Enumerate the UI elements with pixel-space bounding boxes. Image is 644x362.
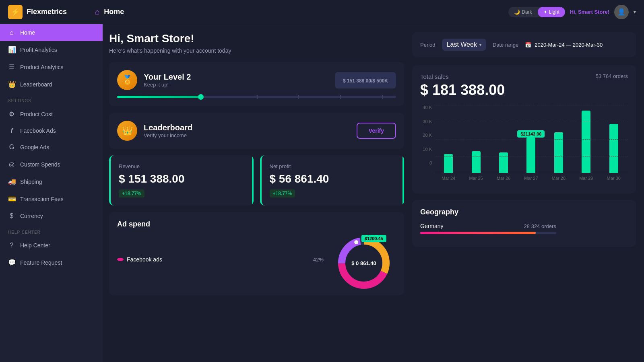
level-amount: $ 151 388.00/$ 500K — [335, 72, 396, 88]
content-area: Hi, Smart Store! Here's what's happening… — [103, 24, 644, 362]
app-logo[interactable]: ⚡ Flexmetrics — [8, 5, 67, 19]
greeting-subtitle: Here's what's happening with your accoun… — [109, 47, 404, 54]
y-label-0: 0 — [429, 160, 432, 165]
geo-bar-fill-germany — [420, 232, 536, 234]
moon-icon: 🌙 — [514, 9, 520, 15]
main-content: Hi, Smart Store! Here's what's happening… — [103, 24, 411, 362]
ad-spend-title: Ad spend — [117, 220, 396, 228]
x-label-mar24: Mar 24 — [436, 176, 461, 181]
x-label-mar25: Mar 25 — [463, 176, 488, 181]
period-value: Last Week — [447, 41, 477, 48]
sidebar-item-help-center[interactable]: ? Help Center — [0, 237, 103, 254]
period-controls: Period Last Week ▾ Date range 📅 2020-Mar… — [412, 32, 636, 57]
net-profit-card: Net profit $ 56 861.40 +18.77% — [260, 155, 405, 206]
sidebar-item-transaction-fees[interactable]: 💳 Transaction Fees — [0, 190, 103, 208]
leaderboard-card-subtitle: Verify your income — [144, 132, 192, 138]
google-ads-icon: G — [8, 144, 15, 151]
facebook-ads-legend: Facebook ads 42% — [117, 256, 324, 263]
progress-dot — [198, 94, 204, 100]
level-amount-suffix: /$ 500K — [371, 78, 388, 84]
product-cost-label: Product Cost — [20, 111, 53, 117]
sidebar-item-custom-spends[interactable]: ◎ Custom Spends — [0, 156, 103, 173]
date-range-value: 2020-Mar-24 — 2020-Mar-30 — [535, 42, 603, 48]
x-label-mar30: Mar 30 — [601, 176, 626, 181]
level-progress-bar — [117, 96, 396, 98]
level-card: 🏅 Your Level 2 Keep it up! $ 151 388.00/… — [109, 62, 404, 106]
bar-mar24 — [444, 154, 453, 173]
bar-group-mar27: $21143.00 — [518, 105, 543, 173]
geo-country-germany: Germany — [420, 223, 444, 229]
sidebar-item-facebook-ads[interactable]: f Facebook Ads — [0, 123, 103, 139]
calendar-icon: 📅 — [525, 42, 531, 48]
total-sales-orders: 53 764 orders — [596, 73, 628, 79]
level-badge: 🏅 — [117, 70, 137, 90]
product-analytics-icon: ☰ — [8, 63, 15, 71]
product-cost-icon: ⚙ — [8, 110, 15, 118]
sidebar-item-home[interactable]: ⌂ Home — [0, 24, 103, 41]
y-label-40k: 40 K — [423, 105, 432, 110]
net-profit-badge: +18.77% — [270, 189, 295, 197]
donut-center-value: $ 0 861.40 — [351, 260, 376, 266]
level-title: Your Level 2 — [144, 72, 191, 82]
sidebar-item-product-analytics[interactable]: ☰ Product Analytics — [0, 58, 103, 76]
facebook-ads-icon: f — [8, 128, 15, 134]
facebook-ads-item-label: Facebook ads — [127, 256, 162, 263]
right-panel: Period Last Week ▾ Date range 📅 2020-Mar… — [411, 24, 644, 362]
sidebar-item-product-cost[interactable]: ⚙ Product Cost — [0, 105, 103, 123]
y-label-10k: 10 K — [423, 147, 432, 152]
x-label-mar29: Mar 29 — [574, 176, 599, 181]
greeting-username: Smart Store — [578, 9, 608, 15]
transaction-fees-label: Transaction Fees — [20, 196, 64, 202]
avatar-dropdown-icon[interactable]: ▾ — [634, 9, 636, 15]
leaderboard-text: Leaderboard Verify your income — [144, 123, 192, 138]
period-selector[interactable]: Last Week ▾ — [442, 39, 486, 51]
period-label: Period — [420, 42, 436, 48]
leaderboard-promo-card: 👑 Leaderboard Verify your income Verify — [109, 113, 404, 149]
dark-label: Dark — [522, 9, 532, 15]
x-label-mar28: Mar 28 — [546, 176, 571, 181]
level-amount-value: $ 151 388.00 — [343, 78, 371, 84]
bar-mar25 — [472, 151, 481, 173]
light-mode-button[interactable]: ✦ Light — [538, 7, 565, 17]
net-profit-value: $ 56 861.40 — [270, 173, 396, 185]
page-title: Home — [104, 8, 124, 16]
custom-spends-label: Custom Spends — [20, 161, 60, 168]
sidebar-item-shipping[interactable]: 🚚 Shipping — [0, 173, 103, 190]
geo-orders-germany: 28 324 orders — [524, 223, 556, 229]
bar-mar28 — [554, 132, 563, 173]
y-label-20k: 20 K — [423, 133, 432, 138]
theme-toggle[interactable]: 🌙 Dark ✦ Light — [508, 7, 565, 17]
sidebar-item-google-ads[interactable]: G Google Ads — [0, 139, 103, 156]
revenue-label: Revenue — [119, 163, 246, 169]
geography-card: Geography Germany 28 324 orders — [412, 200, 636, 247]
level-info: 🏅 Your Level 2 Keep it up! — [117, 70, 191, 90]
home-nav-icon: ⌂ — [8, 29, 15, 36]
user-avatar[interactable]: 👤 — [614, 5, 629, 19]
total-sales-card: Total sales 53 764 orders $ 181 388.00 4… — [412, 65, 636, 193]
x-labels: Mar 24 Mar 25 Mar 26 Mar 27 Mar 28 Mar 2… — [420, 173, 628, 181]
donut-tooltip: $1200.45 — [361, 235, 386, 242]
dark-mode-button[interactable]: 🌙 Dark — [508, 7, 537, 17]
bar-mar29 — [582, 111, 590, 173]
sidebar-item-feature-request[interactable]: 💬 Feature Request — [0, 254, 103, 271]
sidebar-item-leaderboard[interactable]: 👑 Leaderboard — [0, 76, 103, 93]
help-center-icon: ? — [8, 242, 15, 249]
ad-spend-donut-chart: $1200.45 — [332, 239, 396, 287]
level-progress-fill — [117, 96, 201, 98]
topbar: ⚡ Flexmetrics ⌂ Home 🌙 Dark ✦ Light Hi, … — [0, 0, 644, 24]
geo-row-germany: Germany 28 324 orders — [420, 223, 628, 234]
total-sales-title: Total sales — [420, 73, 449, 80]
greeting-title: Hi, Smart Store! — [109, 32, 404, 45]
sales-bar-chart: 40 K 30 K 20 K 10 K 0 — [420, 105, 628, 185]
bar-mar27 — [526, 138, 535, 173]
feature-request-icon: 💬 — [8, 259, 15, 266]
verify-button[interactable]: Verify — [357, 123, 396, 139]
sidebar-item-currency[interactable]: $ Currency — [0, 208, 103, 224]
sidebar-profit-label: Profit Analytics — [20, 47, 57, 53]
sidebar-item-profit-analytics[interactable]: 📊 Profit Analytics — [0, 41, 103, 58]
feature-request-label: Feature Request — [20, 259, 62, 266]
topbar-right: 🌙 Dark ✦ Light Hi, Smart Store! 👤 ▾ — [508, 5, 636, 19]
page-breadcrumb: ⌂ Home — [95, 7, 124, 16]
shipping-icon: 🚚 — [8, 178, 15, 185]
geo-bar-bg-germany — [420, 232, 556, 234]
